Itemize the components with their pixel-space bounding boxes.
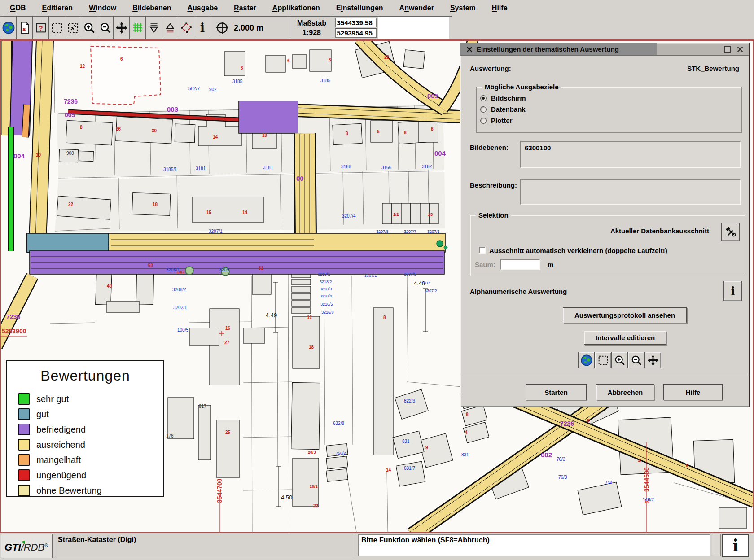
map-label: 7236 xyxy=(560,420,574,427)
saum-unit: m xyxy=(548,261,553,268)
map-label: 3207/7 xyxy=(404,229,416,234)
menubar: GDBEditierenWindowBildebenenAusgabeRaste… xyxy=(0,0,754,16)
zoom-out-icon[interactable] xyxy=(97,17,114,39)
menu-hilfe[interactable]: Hilfe xyxy=(486,4,517,12)
starten-button[interactable]: Starten xyxy=(526,384,587,400)
hilfe-button[interactable]: Hilfe xyxy=(663,384,723,400)
bildebenen-value: 6300100 xyxy=(521,142,740,154)
menu-window[interactable]: Window xyxy=(83,4,126,12)
map-label: 8 xyxy=(587,418,590,423)
brand-rdb: /RDB xyxy=(21,542,45,553)
map-label: 3207/1 xyxy=(209,229,223,234)
abbrechen-button[interactable]: Abbrechen xyxy=(596,384,654,400)
zoom-in-icon[interactable] xyxy=(81,17,97,39)
radio-datenbank[interactable]: Datenbank xyxy=(480,104,741,115)
hammer-wrench-icon xyxy=(724,226,737,238)
menu-editieren[interactable]: Editieren xyxy=(36,4,83,12)
map-label: 3307/2 xyxy=(425,289,437,293)
scale-value: 1:928 xyxy=(302,28,321,37)
map-building xyxy=(210,309,239,385)
beschreibung-field[interactable] xyxy=(520,179,741,205)
map-label: 8 xyxy=(431,127,434,131)
statusbar: GTI/RDB® Straßen-Kataster (Digi) Bitte F… xyxy=(0,533,754,560)
status-info-button[interactable] xyxy=(722,534,749,557)
menu-bildebenen[interactable]: Bildebenen xyxy=(126,4,181,12)
map-label: 22 xyxy=(384,55,390,60)
alphanumerisch-info-button[interactable] xyxy=(723,281,742,301)
document-icon[interactable] xyxy=(17,17,33,39)
radio-plotter[interactable]: Plotter xyxy=(480,115,741,126)
verkleinern-checkbox[interactable] xyxy=(479,247,486,254)
map-label: 004 xyxy=(13,152,25,160)
parcel-boundary xyxy=(251,276,252,532)
map-building xyxy=(192,197,264,222)
filter-up-icon[interactable] xyxy=(162,17,178,39)
map-label: 00 xyxy=(296,175,304,182)
zoom-in-icon[interactable] xyxy=(611,352,628,368)
map-building xyxy=(310,50,331,71)
selektion-legend: Selektion xyxy=(476,211,511,219)
pan-icon[interactable] xyxy=(114,17,130,39)
menu-gdb[interactable]: GDB xyxy=(4,4,36,12)
menu-raster[interactable]: Raster xyxy=(228,4,266,12)
status-message: Bitte Funktion wählen (SF8=Abbruch) xyxy=(361,536,490,544)
globe-icon[interactable] xyxy=(0,17,17,39)
map-building xyxy=(116,117,173,144)
map-label: 004 xyxy=(434,149,446,157)
map-label: 9 xyxy=(425,445,428,450)
map-label: 100/5 xyxy=(177,328,188,332)
globe-icon[interactable] xyxy=(578,352,595,368)
pan-icon[interactable] xyxy=(644,352,661,368)
map-label: 3307/1 xyxy=(364,273,377,278)
legend-label: mangelhaft xyxy=(36,455,81,465)
menu-einstellungen[interactable]: Einstellungen xyxy=(330,4,393,12)
legend-item: gut xyxy=(18,407,163,422)
legend-swatch xyxy=(18,439,30,451)
info-icon[interactable] xyxy=(194,17,210,39)
tools-button[interactable] xyxy=(721,223,740,241)
map-building xyxy=(403,50,425,69)
radio-circle[interactable] xyxy=(480,118,487,124)
bildebenen-field[interactable]: 6300100 xyxy=(520,141,741,168)
brand-dot xyxy=(22,541,25,543)
select-rect-icon[interactable] xyxy=(595,352,611,368)
maximize-icon[interactable] xyxy=(724,46,731,53)
help-box-icon[interactable] xyxy=(33,17,49,39)
dialog-titlebar[interactable]: Einstellungen der thematischen Auswertun… xyxy=(460,43,749,56)
polygon-icon[interactable] xyxy=(178,17,194,39)
legend-swatch xyxy=(18,393,30,405)
map-label: 822/3 xyxy=(404,398,415,403)
map-label: 005 xyxy=(427,92,438,100)
menu-anwender[interactable]: Anwender xyxy=(393,4,444,12)
grid-icon[interactable] xyxy=(130,17,146,39)
map-label: 3207/5 xyxy=(427,229,440,234)
auswertung-label: Auswertung: xyxy=(470,65,511,72)
menu-applikationen[interactable]: Applikationen xyxy=(266,4,330,12)
filter-down-icon[interactable] xyxy=(146,17,162,39)
close-icon[interactable] xyxy=(736,46,744,53)
radio-circle[interactable] xyxy=(480,95,487,101)
intervalle-button[interactable]: Intervalle editieren xyxy=(584,331,666,345)
menu-system[interactable]: System xyxy=(444,4,486,12)
saum-input[interactable] xyxy=(500,259,540,270)
map-label: 3162 xyxy=(422,164,432,169)
radio-circle[interactable] xyxy=(480,106,487,113)
legend-label: ausreichend xyxy=(36,440,85,450)
map-building xyxy=(224,52,245,76)
map-label: 6 xyxy=(287,58,290,63)
map-building xyxy=(395,389,428,420)
map-label: 26 xyxy=(116,127,121,131)
menu-ausgabe[interactable]: Ausgabe xyxy=(181,4,228,12)
map-label: 831 xyxy=(461,452,469,457)
map-label: 502/7 xyxy=(188,86,200,91)
parcel-boundary xyxy=(324,275,325,445)
map-label: 22 xyxy=(313,503,319,508)
select-rect-icon[interactable] xyxy=(49,17,65,39)
parcel-boundary xyxy=(243,490,292,490)
zoom-out-icon[interactable] xyxy=(628,352,644,368)
zoom-window-icon[interactable] xyxy=(65,17,81,39)
radio-bildschirm[interactable]: Bildschirm xyxy=(480,92,741,104)
protokoll-button[interactable]: Auswertungsprotokoll ansehen xyxy=(563,307,687,323)
verkleinern-label: Ausschnitt automatisch verkleinern (dopp… xyxy=(489,247,667,254)
legend-title: Bewertungen xyxy=(7,368,163,384)
